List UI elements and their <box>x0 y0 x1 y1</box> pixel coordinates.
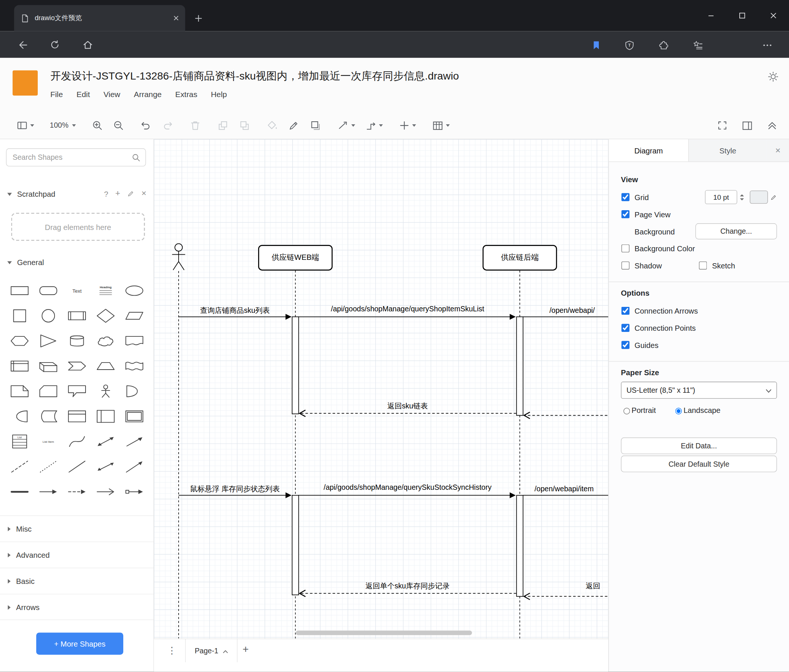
close-window-button[interactable] <box>758 0 789 31</box>
browser-menu-icon[interactable] <box>761 39 774 52</box>
shape-bidirectional-connector[interactable] <box>91 454 120 479</box>
shape-list-item[interactable]: List Item <box>34 429 62 454</box>
shape-data-storage[interactable] <box>34 404 62 429</box>
shape-triangle[interactable] <box>34 328 62 354</box>
shape-horizontal-container[interactable] <box>120 404 149 429</box>
shape-trapezoid[interactable] <box>91 354 120 379</box>
collapse-toolbar-button[interactable] <box>764 118 780 133</box>
shape-search-box[interactable] <box>6 148 146 166</box>
browser-tab[interactable]: drawio文件预览 <box>14 5 185 31</box>
minimize-button[interactable] <box>695 0 727 31</box>
participant-backend[interactable]: 供应链后端 <box>483 245 557 271</box>
portrait-radio[interactable] <box>623 408 630 414</box>
table-button[interactable] <box>430 118 452 132</box>
shape-tape[interactable] <box>120 354 149 379</box>
page-view-checkbox[interactable] <box>621 210 629 218</box>
shape-box-arrow-edge[interactable] <box>120 479 149 504</box>
message-label[interactable]: 返回sku链表 <box>387 401 428 411</box>
participant-web[interactable]: 供应链WEB端 <box>258 245 332 271</box>
scratchpad-help-icon[interactable]: ? <box>104 189 109 198</box>
shape-dashed-line[interactable] <box>5 454 34 479</box>
waypoints-style-button[interactable] <box>363 118 385 132</box>
message-label[interactable]: /api/goods/shopManage/querySkuStockSyncH… <box>324 483 491 491</box>
fill-color-button[interactable] <box>264 118 280 132</box>
message-label[interactable]: /api/goods/shopManage/queryShopItemSkuLi… <box>331 305 484 313</box>
menu-file[interactable]: File <box>50 90 63 99</box>
landscape-radio[interactable] <box>676 408 682 414</box>
shape-document[interactable] <box>120 328 149 354</box>
shape-vertical-container[interactable] <box>91 404 120 429</box>
undo-button[interactable] <box>138 118 154 132</box>
shape-hexagon[interactable] <box>5 328 34 354</box>
landscape-option[interactable]: Landscape <box>673 406 720 414</box>
section-general[interactable]: General <box>0 252 153 272</box>
scratchpad-edit-icon[interactable] <box>128 190 134 197</box>
shape-cloud[interactable] <box>91 328 120 354</box>
shadow-button[interactable] <box>307 118 324 132</box>
page-tab[interactable]: Page-1 <box>185 639 238 662</box>
shape-cylinder[interactable] <box>63 328 91 354</box>
message-label[interactable]: 鼠标悬浮 库存同步状态列表 <box>190 484 280 494</box>
scratchpad-header[interactable]: Scratchpad ? + × <box>0 184 153 204</box>
search-input[interactable] <box>11 153 132 162</box>
to-front-button[interactable] <box>215 118 231 132</box>
section-arrows[interactable]: Arrows <box>0 594 153 620</box>
pages-menu-icon[interactable]: ⋮ <box>167 645 177 656</box>
shape-bidirectional-arrow[interactable] <box>91 429 120 454</box>
change-background-button[interactable]: Change... <box>695 223 777 239</box>
redo-button[interactable] <box>160 118 176 132</box>
message-label[interactable]: 返回 <box>586 581 601 591</box>
view-toggle-button[interactable] <box>14 118 36 132</box>
connection-points-checkbox[interactable] <box>621 324 629 332</box>
zoom-level-button[interactable]: 100% <box>48 118 78 132</box>
shape-internal-storage[interactable] <box>5 354 34 379</box>
shape-rounded-rectangle[interactable] <box>34 278 62 303</box>
section-misc[interactable]: Misc <box>0 516 153 542</box>
new-tab-button[interactable] <box>191 11 206 25</box>
shape-actor[interactable] <box>91 379 120 404</box>
edit-data-button[interactable]: Edit Data... <box>621 438 777 454</box>
paper-size-select[interactable]: US-Letter (8,5" x 11") <box>621 382 777 399</box>
maximize-button[interactable] <box>727 0 758 31</box>
clear-default-style-button[interactable]: Clear Default Style <box>621 455 777 472</box>
shape-container[interactable] <box>63 404 91 429</box>
shape-text[interactable]: Text <box>63 278 91 303</box>
shape-arrow[interactable] <box>120 429 149 454</box>
message-label[interactable]: /open/webapi/item <box>535 484 594 493</box>
zoom-in-button[interactable] <box>89 118 105 132</box>
sketch-checkbox[interactable] <box>699 261 707 269</box>
to-back-button[interactable] <box>236 118 252 132</box>
delete-button[interactable] <box>187 118 203 132</box>
home-icon[interactable] <box>81 39 93 51</box>
portrait-option[interactable]: Portrait <box>621 406 656 414</box>
menu-extras[interactable]: Extras <box>175 90 197 99</box>
tampermonkey-shield-icon[interactable]: T <box>623 39 636 52</box>
fullscreen-button[interactable] <box>715 118 730 133</box>
background-color-checkbox[interactable] <box>621 245 629 253</box>
shape-cube[interactable] <box>34 354 62 379</box>
shape-callout[interactable] <box>63 379 91 404</box>
scratchpad-close-icon[interactable]: × <box>142 188 147 199</box>
grid-color-swatch[interactable] <box>750 190 768 204</box>
shape-open-arrow-edge[interactable] <box>91 479 120 504</box>
menu-edit[interactable]: Edit <box>77 90 90 99</box>
connection-arrows-checkbox[interactable] <box>621 307 629 315</box>
more-shapes-button[interactable]: + More Shapes <box>36 632 123 654</box>
shape-arrow-edge[interactable] <box>34 479 62 504</box>
shape-bold-line[interactable] <box>5 479 34 504</box>
scratchpad-drop-area[interactable]: Drag elements here <box>11 213 145 241</box>
shape-directional-connector[interactable] <box>120 454 149 479</box>
shape-circle[interactable] <box>34 303 62 328</box>
section-advanced[interactable]: Advanced <box>0 542 153 568</box>
shape-process[interactable] <box>63 303 91 328</box>
shape-rectangle[interactable] <box>5 278 34 303</box>
shape-parallelogram[interactable] <box>120 303 149 328</box>
shape-and[interactable] <box>5 404 34 429</box>
grid-size-stepper[interactable] <box>739 194 744 201</box>
grid-checkbox[interactable] <box>621 193 629 201</box>
message-label[interactable]: /open/webapi/ <box>549 306 595 314</box>
horizontal-scrollbar[interactable] <box>296 631 472 635</box>
tab-style[interactable]: Style <box>689 139 767 161</box>
guides-checkbox[interactable] <box>621 341 629 349</box>
shape-heading[interactable]: Heading <box>91 278 120 303</box>
